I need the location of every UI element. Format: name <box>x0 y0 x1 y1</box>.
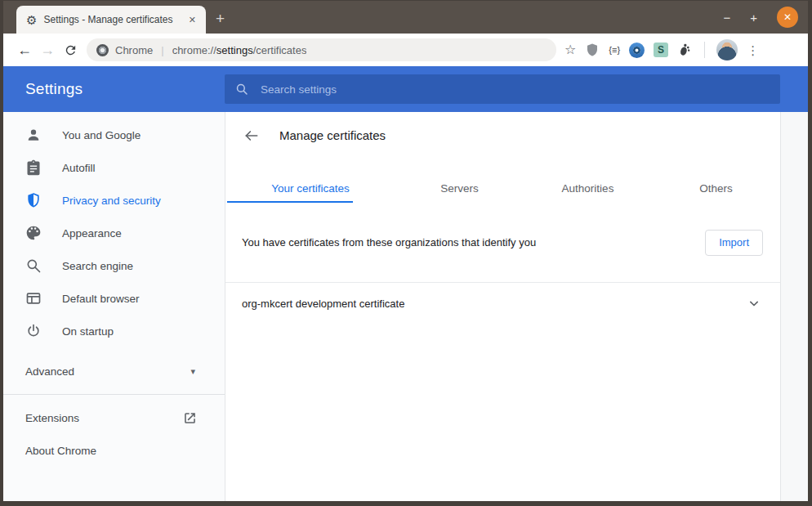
certificates-card: Manage certificates Your certificates Se… <box>225 112 781 501</box>
import-description: You have certificates from these organiz… <box>242 236 705 249</box>
url-host: settings <box>216 44 253 56</box>
toolbar-divider <box>704 42 705 58</box>
search-icon <box>234 82 249 96</box>
search-icon <box>25 257 42 274</box>
url-text: chrome://settings/certificates <box>172 44 307 56</box>
bookmark-star-icon[interactable]: ☆ <box>564 43 576 56</box>
about-chrome-label: About Chrome <box>25 445 96 457</box>
stylus-extension-icon[interactable]: S <box>654 43 668 57</box>
url-scheme: chrome:// <box>172 44 216 56</box>
certificate-tabs: Your certificates Servers Authorities Ot… <box>225 173 780 203</box>
browser-toolbar: ← → Chrome | chrome://settings/certifica… <box>3 34 808 66</box>
settings-search-box[interactable] <box>225 74 780 104</box>
url-separator: | <box>161 44 163 56</box>
certificate-list-item[interactable]: org-mkcert development certificate <box>225 283 780 324</box>
chrome-logo-icon <box>96 44 109 56</box>
forward-button: → <box>36 43 59 57</box>
maximize-button[interactable]: + <box>750 11 757 24</box>
chevron-down-icon[interactable] <box>746 295 762 311</box>
browser-window-icon <box>25 290 42 307</box>
palette-icon <box>25 225 42 241</box>
tab-others[interactable]: Others <box>652 173 780 203</box>
privacy-shield-icon <box>25 192 42 208</box>
extensions-label: Extensions <box>25 412 79 424</box>
tab-title: Settings - Manage certificates <box>43 14 178 25</box>
sidebar-item-label: On startup <box>62 325 114 338</box>
tab-authorities[interactable]: Authorities <box>524 173 652 203</box>
json-viewer-extension-icon[interactable]: {≡} <box>609 45 620 55</box>
browser-tab-settings[interactable]: ⚙ Settings - Manage certificates ✕ <box>16 6 206 34</box>
sidebar-item-label: Default browser <box>62 293 140 305</box>
window-controls: − + ✕ <box>723 1 808 34</box>
sidebar-item-autofill[interactable]: Autofill <box>3 151 225 184</box>
site-label: Chrome <box>115 44 153 56</box>
page-title: Manage certificates <box>279 128 386 142</box>
minimize-button[interactable]: − <box>723 11 730 24</box>
tab-close-icon[interactable]: ✕ <box>185 13 199 27</box>
sidebar-item-label: Search engine <box>62 260 133 272</box>
settings-sidebar: You and Google Autofill Privacy and secu… <box>3 112 225 501</box>
person-icon <box>25 127 42 143</box>
back-arrow-icon[interactable] <box>243 128 260 144</box>
import-button[interactable]: Import <box>705 230 763 256</box>
import-row: You have certificates from these organiz… <box>225 203 780 282</box>
gnome-foot-extension-icon[interactable] <box>677 43 693 58</box>
sidebar-item-label: You and Google <box>62 129 141 141</box>
sidebar-advanced[interactable]: Advanced ▾ <box>3 355 225 387</box>
external-link-icon <box>182 410 198 426</box>
autofill-clipboard-icon <box>25 159 42 176</box>
address-bar[interactable]: Chrome | chrome://settings/certificates <box>87 38 556 61</box>
settings-header: Settings <box>3 66 808 112</box>
browser-window: ⚙ Settings - Manage certificates ✕ + − +… <box>0 0 812 506</box>
certificate-name: org-mkcert development certificate <box>242 298 746 310</box>
new-tab-button[interactable]: + <box>216 11 225 26</box>
sidebar-item-about-chrome[interactable]: About Chrome <box>3 434 225 467</box>
profile-avatar[interactable] <box>716 39 738 60</box>
tab-servers[interactable]: Servers <box>395 173 524 203</box>
sidebar-item-appearance[interactable]: Appearance <box>3 217 225 249</box>
sidebar-divider <box>3 394 225 395</box>
power-icon <box>25 323 42 339</box>
sidebar-item-privacy-and-security[interactable]: Privacy and security <box>3 184 225 217</box>
settings-title: Settings <box>25 80 83 98</box>
shield-extension-icon[interactable] <box>585 43 600 57</box>
advanced-label: Advanced <box>25 365 74 378</box>
sidebar-item-label: Privacy and security <box>62 195 161 207</box>
sidebar-item-default-browser[interactable]: Default browser <box>3 282 225 315</box>
sidebar-item-extensions[interactable]: Extensions <box>3 401 225 434</box>
close-window-button[interactable]: ✕ <box>777 7 798 28</box>
tab-strip: ⚙ Settings - Manage certificates ✕ + − +… <box>3 1 808 34</box>
tab-your-certificates[interactable]: Your certificates <box>225 173 395 203</box>
privacy-eye-extension-icon[interactable] <box>629 43 645 58</box>
sidebar-item-label: Appearance <box>62 227 122 240</box>
sidebar-item-label: Autofill <box>62 162 96 174</box>
page-title-row: Manage certificates <box>225 112 780 159</box>
sidebar-item-you-and-google[interactable]: You and Google <box>3 119 225 151</box>
chevron-down-icon: ▾ <box>190 366 195 377</box>
gear-icon: ⚙ <box>26 14 37 26</box>
toolbar-icons: ☆ {≡} S ⋮ <box>564 39 759 60</box>
sidebar-item-on-startup[interactable]: On startup <box>3 315 225 347</box>
back-button[interactable]: ← <box>13 43 36 57</box>
settings-search-input[interactable] <box>259 83 770 96</box>
sidebar-item-search-engine[interactable]: Search engine <box>3 249 225 282</box>
right-gutter <box>781 112 808 501</box>
url-path: /certificates <box>253 44 307 56</box>
reload-button[interactable] <box>59 43 82 57</box>
menu-kebab-icon[interactable]: ⋮ <box>747 44 759 56</box>
